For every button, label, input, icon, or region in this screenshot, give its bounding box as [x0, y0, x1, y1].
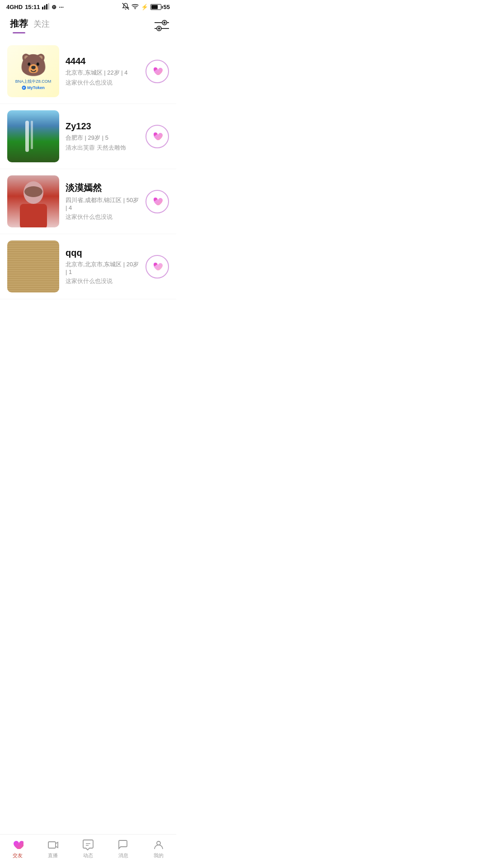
list-item: Zy123 合肥市 | 29岁 | 5 清水出芙蓉 天然去雕饰 [0, 104, 176, 169]
user-info: 淡漠嫣然 四川省,成都市,锦江区 | 50岁 | 4 这家伙什么也没说 [66, 182, 139, 221]
like-button[interactable] [145, 125, 169, 148]
svg-rect-2 [46, 4, 47, 9]
network-label: 4GHD [6, 4, 23, 10]
avatar[interactable] [7, 241, 59, 292]
user-bio: 这家伙什么也没说 [66, 79, 139, 87]
svg-rect-0 [42, 7, 43, 9]
user-info: 4444 北京市,东城区 | 22岁 | 4 这家伙什么也没说 [66, 56, 139, 87]
user-bio: 这家伙什么也没说 [66, 277, 139, 285]
like-button[interactable] [145, 190, 169, 213]
token-badge: M MyToken [22, 85, 44, 90]
signal-icon [42, 3, 49, 11]
svg-line-4 [122, 3, 129, 10]
status-right: ⚡ 55 [122, 3, 170, 11]
user-list: 🐻 BNA上线中Z8.COM M MyToken 4444 北京市,东城区 | … [0, 33, 176, 335]
svg-rect-3 [48, 3, 50, 9]
svg-rect-1 [44, 5, 46, 9]
svg-text:M: M [23, 86, 25, 89]
user-name: qqq [66, 248, 139, 258]
svg-point-5 [135, 8, 136, 9]
user-name: 4444 [66, 56, 139, 66]
avatar[interactable] [7, 110, 59, 162]
user-meta: 北京市,北京市,东城区 | 20岁 | 1 [66, 260, 139, 275]
charging-icon: ⚡ [141, 4, 148, 10]
user-bio: 这家伙什么也没说 [66, 213, 139, 221]
list-item: qqq 北京市,北京市,东城区 | 20岁 | 1 这家伙什么也没说 [0, 234, 176, 299]
status-left: 4GHD 15:11 ⊕ ··· [6, 3, 64, 11]
svg-point-11 [158, 27, 160, 29]
time-label: 15:11 [25, 4, 40, 10]
wifi-icon [131, 3, 139, 11]
like-button[interactable] [145, 60, 169, 83]
user-info: Zy123 合肥市 | 29岁 | 5 清水出芙蓉 天然去雕饰 [66, 121, 139, 152]
tab-recommend[interactable]: 推荐 [7, 18, 31, 33]
usb-icon: ⊕ [52, 4, 56, 10]
filter-button[interactable] [155, 19, 169, 32]
battery-label: 55 [164, 4, 170, 10]
user-bio: 清水出芙蓉 天然去雕饰 [66, 144, 139, 152]
bell-muted-icon [122, 3, 129, 11]
list-item: 🐻 BNA上线中Z8.COM M MyToken 4444 北京市,东城区 | … [0, 39, 176, 104]
user-name: 淡漠嫣然 [66, 182, 139, 194]
user-meta: 北京市,东城区 | 22岁 | 4 [66, 69, 139, 77]
avatar[interactable] [7, 175, 59, 227]
status-bar: 4GHD 15:11 ⊕ ··· [0, 0, 176, 13]
svg-point-7 [164, 21, 166, 24]
svg-rect-17 [20, 204, 47, 227]
like-button[interactable] [145, 255, 169, 278]
user-meta: 四川省,成都市,锦江区 | 50岁 | 4 [66, 196, 139, 211]
user-name: Zy123 [66, 121, 139, 132]
list-item: 淡漠嫣然 四川省,成都市,锦江区 | 50岁 | 4 这家伙什么也没说 [0, 169, 176, 234]
user-info: qqq 北京市,北京市,东城区 | 20岁 | 1 这家伙什么也没说 [66, 248, 139, 285]
more-icon: ··· [59, 4, 64, 10]
user-meta: 合肥市 | 29岁 | 5 [66, 134, 139, 142]
svg-point-18 [24, 186, 42, 197]
header: 推荐 关注 [0, 13, 176, 33]
battery-icon [150, 4, 161, 10]
avatar[interactable]: 🐻 BNA上线中Z8.COM M MyToken [7, 45, 59, 97]
tab-follow[interactable]: 关注 [31, 19, 52, 33]
